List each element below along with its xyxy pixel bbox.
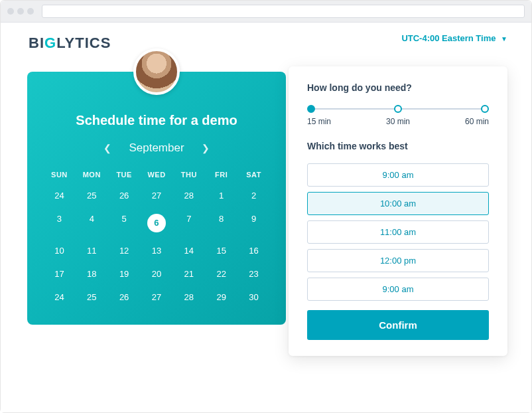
url-bar[interactable] <box>42 5 525 18</box>
calendar-day[interactable]: 7 <box>172 207 205 239</box>
time-slot[interactable]: 10:00 am <box>307 192 489 215</box>
calendar-day[interactable]: 15 <box>205 239 237 262</box>
next-month-button[interactable]: ❯ <box>199 140 212 156</box>
calendar-day[interactable]: 4 <box>76 207 108 239</box>
calendar-day[interactable]: 23 <box>237 262 270 286</box>
brand-text: LYTICS <box>56 35 111 51</box>
caret-down-icon: ▼ <box>501 35 507 42</box>
calendar-day[interactable]: 11 <box>76 239 108 262</box>
calendar-day[interactable]: 9 <box>237 207 270 239</box>
page-viewport: UTC-4:00 Eastern Time ▼ BIGLYTICS Schedu… <box>1 23 531 412</box>
calendar-day[interactable]: 26 <box>108 286 141 309</box>
calendar-day[interactable]: 28 <box>172 184 205 207</box>
calendar-day[interactable]: 29 <box>205 286 237 309</box>
calendar-day[interactable]: 22 <box>205 262 237 286</box>
dow-header: MON <box>76 165 108 184</box>
calendar-day[interactable]: 30 <box>237 286 270 309</box>
window-controls <box>7 8 36 15</box>
calendar-day[interactable]: 25 <box>76 184 108 207</box>
calendar-day[interactable]: 10 <box>43 239 76 262</box>
month-label: September <box>129 141 184 155</box>
window-dot <box>7 8 14 15</box>
prev-month-button[interactable]: ❮ <box>101 140 114 156</box>
calendar-day[interactable]: 3 <box>43 207 76 239</box>
calendar-day[interactable]: 2 <box>237 184 270 207</box>
dow-header: WED <box>141 165 173 184</box>
calendar-day[interactable]: 25 <box>76 286 108 309</box>
time-heading: Which time works best <box>307 141 489 151</box>
calendar-day[interactable]: 28 <box>172 286 205 309</box>
calendar-day[interactable]: 5 <box>108 207 141 239</box>
confirm-button[interactable]: Confirm <box>307 310 489 340</box>
time-slot[interactable]: 11:00 am <box>307 220 489 244</box>
window-dot <box>27 8 34 15</box>
time-slot[interactable]: 9:00 am <box>307 163 489 187</box>
duration-slider[interactable] <box>307 105 489 113</box>
calendar-grid: SUNMONTUEWEDTHUFRISAT2425262728123456789… <box>43 165 270 309</box>
duration-heading: How long do you need? <box>307 82 489 93</box>
booking-panel: How long do you need? 15 min 30 min 60 m… <box>289 66 507 356</box>
calendar-day[interactable]: 14 <box>172 239 205 262</box>
brand-accent: G <box>44 35 56 51</box>
calendar-day[interactable]: 12 <box>108 239 141 262</box>
dow-header: TUE <box>108 165 141 184</box>
avatar <box>133 48 180 95</box>
dow-header: SAT <box>237 165 270 184</box>
dow-header: SUN <box>43 165 76 184</box>
calendar-day[interactable]: 20 <box>141 262 173 286</box>
month-switcher: ❮ September ❯ <box>43 140 270 156</box>
duration-option: 30 min <box>386 117 410 126</box>
calendar-day[interactable]: 27 <box>141 184 173 207</box>
calendar-day[interactable]: 21 <box>172 262 205 286</box>
calendar-day[interactable]: 16 <box>237 239 270 262</box>
calendar-card: Schedule time for a demo ❮ September ❯ S… <box>27 72 286 325</box>
calendar-title: Schedule time for a demo <box>43 113 270 128</box>
timezone-selector[interactable]: UTC-4:00 Eastern Time ▼ <box>401 33 507 43</box>
browser-chrome <box>1 1 531 23</box>
calendar-day[interactable]: 19 <box>108 262 141 286</box>
calendar-day[interactable]: 17 <box>43 262 76 286</box>
dow-header: FRI <box>205 165 237 184</box>
duration-knob-60[interactable] <box>481 105 489 113</box>
time-slot-list: 9:00 am10:00 am11:00 am12:00 pm9:00 am <box>307 163 489 301</box>
calendar-day[interactable]: 24 <box>43 286 76 309</box>
duration-labels: 15 min 30 min 60 min <box>307 117 489 126</box>
time-slot[interactable]: 12:00 pm <box>307 249 489 272</box>
calendar-day[interactable]: 8 <box>205 207 237 239</box>
brand-text: BI <box>29 35 44 51</box>
duration-knob-15[interactable] <box>307 105 315 113</box>
calendar-day[interactable]: 27 <box>141 286 173 309</box>
duration-knob-30[interactable] <box>394 105 402 113</box>
browser-frame: UTC-4:00 Eastern Time ▼ BIGLYTICS Schedu… <box>0 0 532 413</box>
window-dot <box>17 8 24 15</box>
timezone-label: UTC-4:00 Eastern Time <box>401 33 496 43</box>
content-stage: Schedule time for a demo ❮ September ❯ S… <box>27 53 513 325</box>
calendar-day[interactable]: 24 <box>43 184 76 207</box>
calendar-day[interactable]: 1 <box>205 184 237 207</box>
duration-option: 15 min <box>307 117 331 126</box>
time-slot[interactable]: 9:00 am <box>307 278 489 301</box>
duration-option: 60 min <box>465 117 489 126</box>
calendar-day[interactable]: 13 <box>141 239 173 262</box>
calendar-day[interactable]: 26 <box>108 184 141 207</box>
calendar-day[interactable]: 18 <box>76 262 108 286</box>
calendar-day[interactable]: 6 <box>141 207 173 239</box>
dow-header: THU <box>172 165 205 184</box>
